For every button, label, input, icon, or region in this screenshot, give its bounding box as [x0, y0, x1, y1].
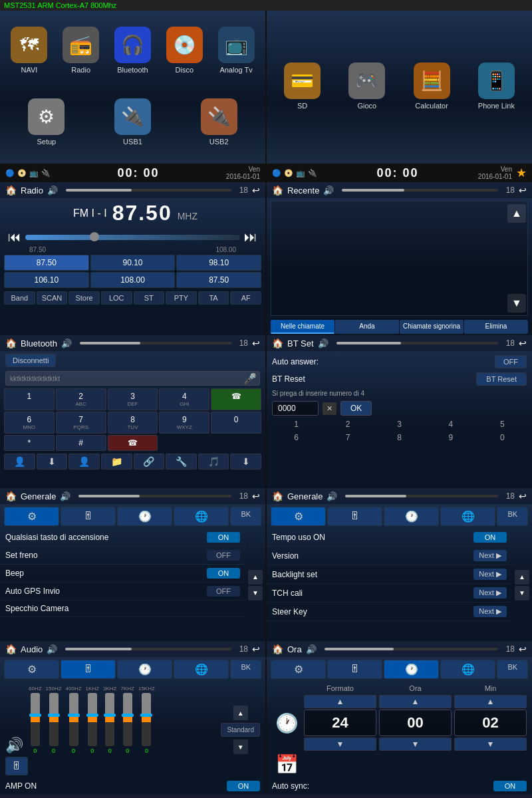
gen1-clock-icon[interactable]: 🕐 [117, 507, 172, 526]
preset-3[interactable]: 98.10 [176, 255, 261, 271]
gen1-eq-icon[interactable]: 🎚 [61, 507, 116, 526]
audio-home-btn[interactable]: 🏠 [5, 644, 17, 654]
next-steer-btn[interactable]: Next ▶ [473, 606, 507, 617]
radio-home-btn[interactable]: 🏠 [5, 185, 17, 196]
gen1-home-btn[interactable]: 🏠 [5, 491, 17, 501]
app-sd[interactable]: 💳 SD [279, 63, 326, 110]
btset-clear-btn[interactable]: ✕ [323, 402, 336, 415]
func-contacts[interactable]: 👤 [4, 454, 35, 469]
app-usb2[interactable]: 🔌 USB2 [196, 98, 242, 146]
ctrl-band[interactable]: Band [4, 291, 35, 305]
ora-eq-icon[interactable]: 🎚 [327, 660, 382, 679]
eq-scroll-up[interactable]: ▲ [233, 706, 248, 720]
gen2-vol-slider[interactable] [345, 495, 497, 497]
key-4[interactable]: 4GHI [159, 388, 209, 410]
amp-toggle[interactable]: ON [227, 781, 260, 791]
radio-back-btn[interactable]: ↩ [252, 185, 260, 196]
app-bluetooth[interactable]: 🎧 Bluetooth [109, 27, 156, 74]
tab-nelle-chiamate[interactable]: Nelle chiamate [271, 320, 334, 334]
autosync-toggle[interactable]: ON [493, 781, 527, 791]
gen2-bk-btn[interactable]: BK [497, 507, 528, 526]
key-8[interactable]: 8TUV [108, 412, 158, 434]
ora-vol-slider[interactable] [325, 648, 498, 650]
func-save[interactable]: ⬇ [230, 454, 261, 469]
radio-prev-btn[interactable]: ⏮ [8, 229, 21, 245]
radio-vol-slider[interactable] [66, 189, 231, 192]
recente-vol-slider[interactable] [342, 189, 497, 192]
key-call-red[interactable]: ☎ [108, 435, 158, 451]
gen1-settings-icon[interactable]: ⚙ [4, 507, 59, 526]
gen1-globe-icon[interactable]: 🌐 [174, 507, 229, 526]
ctrl-loc[interactable]: LOC [101, 291, 132, 305]
app-analog-tv[interactable]: 📺 Analog Tv [213, 27, 259, 74]
formato-up-btn[interactable]: ▲ [304, 695, 376, 708]
app-calculator[interactable]: 🧮 Calculator [408, 63, 455, 110]
radio-seek-bar[interactable] [25, 235, 240, 240]
eq-detail-icon[interactable]: 🎚 [5, 757, 28, 775]
gen2-back-btn[interactable]: ↩ [519, 491, 527, 501]
ora-up-btn[interactable]: ▲ [379, 695, 452, 708]
recente-scroll-up[interactable]: ▲ [507, 204, 526, 223]
btset-back-btn[interactable]: ↩ [519, 338, 527, 348]
preset-4[interactable]: 106.10 [4, 272, 89, 288]
tab-chiamate-signorina[interactable]: Chiamate signorina [400, 320, 464, 334]
ora-home-btn[interactable]: 🏠 [272, 644, 283, 654]
gen1-scroll-up[interactable]: ▲ [248, 570, 263, 585]
bt-back-btn[interactable]: ↩ [252, 338, 260, 348]
preset-2[interactable]: 90.10 [90, 255, 176, 271]
gen2-settings-icon[interactable]: ⚙ [271, 507, 326, 526]
recente-scroll-down[interactable]: ▼ [507, 294, 526, 313]
audio-vol-slider[interactable] [65, 648, 231, 650]
func-download[interactable]: ⬇ [37, 454, 68, 469]
key-6[interactable]: 6MNO [4, 412, 55, 434]
ora-globe-icon[interactable]: 🌐 [440, 660, 495, 679]
audio-bk-btn[interactable]: BK [230, 660, 261, 679]
audio-eq-icon[interactable]: 🎚 [61, 660, 116, 679]
btset-autoanswer-toggle[interactable]: OFF [495, 355, 527, 368]
next-backlight-btn[interactable]: Next ▶ [473, 569, 507, 580]
app-setup[interactable]: ⚙ Setup [23, 98, 70, 146]
recente-home-btn[interactable]: 🏠 [272, 185, 283, 196]
bt-home-btn[interactable]: 🏠 [5, 338, 17, 348]
preset-5[interactable]: 108.00 [90, 272, 176, 288]
gen2-scroll-up[interactable]: ▲ [515, 570, 529, 585]
ora-down-btn[interactable]: ▼ [379, 737, 452, 751]
eq-preset[interactable]: Standard [221, 723, 260, 737]
app-usb1[interactable]: 🔌 USB1 [109, 98, 156, 146]
btset-pin-input[interactable] [272, 401, 319, 416]
audio-clock-icon[interactable]: 🕐 [117, 660, 172, 679]
min-up-btn[interactable]: ▲ [454, 695, 527, 708]
ctrl-pty[interactable]: PTY [166, 291, 197, 305]
gen1-bk-btn[interactable]: BK [230, 507, 261, 526]
disconnect-btn[interactable]: Disconnetti [5, 354, 56, 367]
audio-settings-icon[interactable]: ⚙ [4, 660, 59, 679]
app-disco[interactable]: 💿 Disco [161, 27, 207, 74]
ctrl-st[interactable]: ST [134, 291, 165, 305]
key-9[interactable]: 9WXYZ [159, 412, 209, 434]
func-person[interactable]: 👤 [68, 454, 100, 469]
gen2-home-btn[interactable]: 🏠 [272, 491, 283, 501]
ora-bk-btn[interactable]: BK [497, 660, 528, 679]
app-navi[interactable]: 🗺 NAVI [6, 27, 53, 74]
app-radio[interactable]: 📻 Radio [58, 27, 104, 74]
ora-back-btn[interactable]: ↩ [519, 644, 527, 654]
key-call-green[interactable]: ☎ [211, 388, 261, 410]
audio-globe-icon[interactable]: 🌐 [174, 660, 229, 679]
key-0[interactable]: 0 [211, 412, 261, 434]
key-star[interactable]: * [4, 435, 55, 451]
func-folder[interactable]: 📁 [101, 454, 132, 469]
min-down-btn[interactable]: ▼ [454, 737, 527, 751]
gen1-vol-slider[interactable] [78, 495, 231, 497]
formato-down-btn[interactable]: ▼ [304, 737, 376, 751]
ctrl-scan[interactable]: SCAN [37, 291, 68, 305]
ctrl-ta[interactable]: TA [198, 291, 229, 305]
audio-back-btn[interactable]: ↩ [252, 644, 260, 654]
gen2-scroll-down[interactable]: ▼ [515, 586, 529, 600]
btset-ok-btn[interactable]: OK [340, 401, 372, 416]
next-tch-btn[interactable]: Next ▶ [473, 587, 507, 598]
func-link[interactable]: 🔗 [134, 454, 165, 469]
bt-vol-slider[interactable] [80, 342, 231, 344]
btset-reset-btn[interactable]: BT Reset [476, 372, 527, 386]
key-1[interactable]: 1 [4, 388, 55, 410]
key-3[interactable]: 3DEF [108, 388, 158, 410]
